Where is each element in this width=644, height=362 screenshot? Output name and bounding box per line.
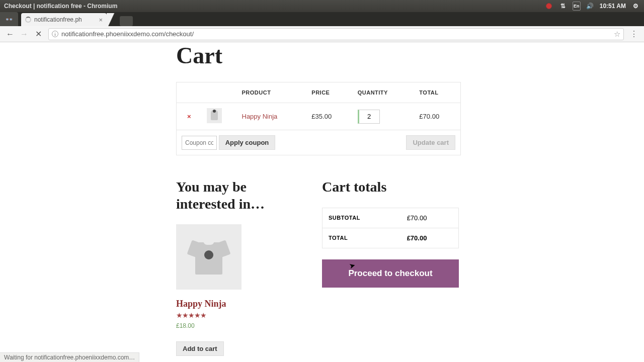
item-total: £70.00 [414, 103, 460, 130]
apply-coupon-button[interactable]: Apply coupon [219, 135, 276, 150]
table-row: × Happy Ninja £35.00 £70.00 [177, 103, 461, 130]
proceed-checkout-button[interactable]: Proceed to checkout ➤ [322, 259, 459, 288]
incognito-icon[interactable]: 👓 [0, 12, 18, 26]
interest-section: You may be interested in… Happy Ninja ★★… [176, 178, 277, 356]
total-label: TOTAL [323, 228, 401, 248]
forward-button: → [19, 29, 30, 40]
item-price: £35.00 [306, 103, 352, 130]
update-cart-button[interactable]: Update cart [406, 135, 455, 150]
window-titlebar: Checkout | notification free - Chromium … [0, 0, 644, 12]
product-link[interactable]: Happy Ninja [242, 113, 278, 120]
subtotal-value: £70.00 [401, 208, 459, 228]
totals-heading: Cart totals [322, 178, 459, 196]
tab-bar: 👓 notificationfree.ph × [0, 12, 644, 26]
product-name[interactable]: Happy Ninja [176, 299, 277, 309]
total-value: £70.00 [401, 228, 459, 248]
sound-icon[interactable]: 🔊 [586, 2, 595, 11]
record-icon [544, 2, 553, 11]
col-qty: QUANTITY [353, 82, 415, 103]
cart-table: PRODUCT PRICE QUANTITY TOTAL × Happy Nin… [176, 82, 461, 155]
back-button[interactable]: ← [5, 29, 16, 40]
totals-table: SUBTOTAL£70.00 TOTAL£70.00 [322, 208, 459, 248]
cart-totals-section: Cart totals SUBTOTAL£70.00 TOTAL£70.00 P… [322, 178, 459, 356]
address-bar: ← → ✕ i notificationfree.phoeniixxdemo.c… [0, 26, 644, 42]
quantity-stepper[interactable] [358, 110, 380, 124]
bookmark-icon[interactable]: ☆ [614, 30, 620, 39]
product-thumb[interactable] [207, 108, 222, 123]
add-to-cart-button[interactable]: Add to cart [176, 341, 224, 356]
clock: 10:51 AM [600, 2, 626, 11]
info-icon[interactable]: i [52, 31, 58, 37]
browser-tab[interactable]: notificationfree.ph × [21, 13, 107, 26]
url-text: notificationfree.phoeniixxdemo.com/check… [61, 30, 194, 38]
interest-heading: You may be interested in… [176, 178, 277, 212]
tab-title: notificationfree.ph [34, 16, 82, 23]
new-tab-button[interactable] [120, 16, 133, 26]
gear-icon[interactable]: ⚙ [631, 2, 640, 11]
network-icon[interactable]: ⇅ [558, 2, 568, 11]
page-content: Cart PRODUCT PRICE QUANTITY TOTAL × Happ… [0, 42, 644, 362]
col-product: PRODUCT [237, 82, 307, 103]
url-field[interactable]: i notificationfree.phoeniixxdemo.com/che… [48, 28, 624, 40]
product-price: £18.00 [176, 322, 277, 329]
cursor-icon: ➤ [349, 261, 356, 269]
menu-icon[interactable]: ⋮ [630, 29, 638, 39]
product-image[interactable] [176, 224, 242, 290]
rating-stars: ★★★★★ [176, 311, 277, 319]
status-bar: Waiting for notificationfree.phoeniixxde… [0, 352, 139, 362]
window-title: Checkout | notification free - Chromium [4, 3, 117, 10]
product-card[interactable]: Happy Ninja ★★★★★ £18.00 Add to cart [176, 224, 277, 356]
coupon-input[interactable] [182, 136, 217, 150]
page-title: Cart [176, 42, 463, 69]
stop-button[interactable]: ✕ [33, 29, 44, 40]
subtotal-label: SUBTOTAL [323, 208, 401, 228]
close-icon[interactable]: × [99, 16, 103, 24]
lang-indicator[interactable]: En [573, 2, 581, 11]
col-total: TOTAL [414, 82, 460, 103]
loading-spinner-icon [25, 17, 31, 23]
remove-item-button[interactable]: × [187, 113, 191, 120]
col-price: PRICE [306, 82, 352, 103]
